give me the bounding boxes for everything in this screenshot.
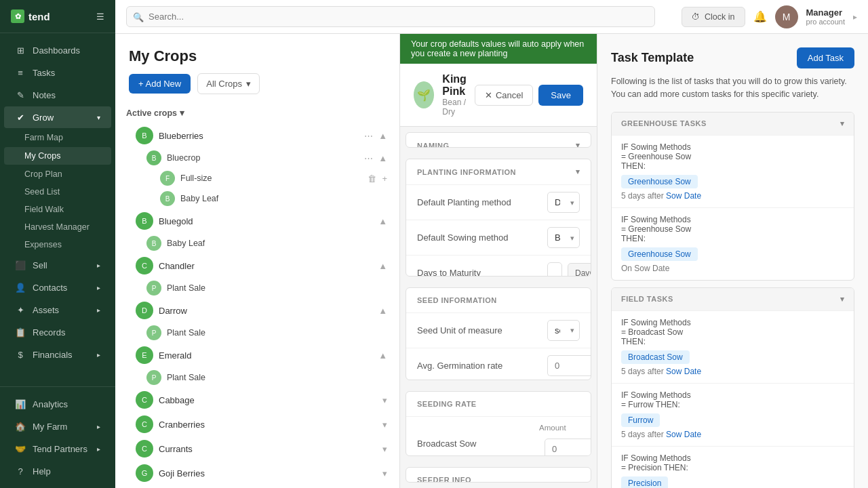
sidebar-item-assets[interactable]: ✦ Assets ▸ [4,299,111,321]
add-task-button[interactable]: Add Task [797,47,854,68]
crop-item-blueberries[interactable]: B Blueberries ⋯ ▲ [122,123,393,148]
add-new-button[interactable]: + Add New [129,74,191,94]
planting-info-section-header[interactable]: PLANTING INFORMATION ▾ [406,159,591,184]
sidebar-item-expenses[interactable]: Expenses [0,236,115,253]
sidebar-item-harvest-manager[interactable]: Harvest Manager [0,218,115,236]
crop-collapse-button-bluecrop[interactable]: ▲ [377,152,389,165]
seeding-rate-section: SEEDING RATE Amount Broadcast Sow Unit [406,391,591,457]
user-menu-chevron-icon[interactable]: ▸ [853,12,857,22]
days-to-maturity-input-wrap: Day(s) [547,262,591,276]
crop-item-darrow[interactable]: D Darrow ▲ [122,298,393,323]
crop-expand-button-currants[interactable]: ▾ [381,443,389,455]
clock-in-button[interactable]: ⏱ Clock in [682,7,745,27]
sidebar-item-my-crops[interactable]: My Crops [4,147,111,165]
search-input[interactable] [126,6,655,27]
crop-item-bluecrop[interactable]: B Bluecrop ⋯ ▲ [122,148,393,168]
sow-date-link-broadcast[interactable]: Sow Date [666,367,701,376]
crop-item-emerald[interactable]: E Emerald ▲ [122,343,393,367]
default-sowing-method-select[interactable]: Broadcast Sow Furrow Precision Greenhous… [547,227,580,248]
sidebar-item-tend-partners[interactable]: 🤝 Tend Partners ▸ [4,438,111,460]
crop-more-button-bluecrop[interactable]: ⋯ [363,152,374,165]
field-tasks-header[interactable]: FIELD TASKS ▾ [612,288,854,310]
naming-section-header[interactable]: NAMING ▾ [406,133,591,148]
user-name: Manager [806,7,845,18]
task-card-broadcast-sow: IF Sowing Methods = Broadcast Sow THEN: … [612,310,854,383]
seeding-rate-section-header[interactable]: SEEDING RATE [406,392,591,416]
crop-item-plantsale-chandler[interactable]: P Plant Sale [122,278,393,298]
task-timing-furrow: 5 days after Sow Date [621,430,844,439]
crop-expand-button-goji-berries[interactable]: ▾ [381,467,389,480]
crop-item-babyleaf-bluecrop[interactable]: B Baby Leaf [122,188,393,209]
crop-collapse-button-emerald[interactable]: ▲ [377,349,389,362]
task-template-description: Following is the list of tasks that you … [611,75,854,101]
avg-germination-input[interactable] [547,355,591,376]
crop-avatar-currants: C [136,440,153,458]
crop-add-button-fullsize[interactable]: + [380,172,389,185]
crop-expand-button-cranberries[interactable]: ▾ [381,418,389,431]
crop-item-chandler[interactable]: C Chandler ▲ [122,253,393,278]
bell-icon[interactable]: 🔔 [753,10,767,23]
sidebar-nav: ⊞ Dashboards ≡ Tasks ✎ Notes ✔ Grow ▾ Fa… [0,33,115,386]
default-sowing-method-select-wrap: Broadcast Sow Furrow Precision Greenhous… [547,227,580,248]
sidebar-item-farm-map[interactable]: Farm Map [0,129,115,146]
crop-expand-button-cabbage[interactable]: ▾ [381,394,389,407]
sow-date-link-furrow[interactable]: Sow Date [666,430,701,439]
sidebar-item-notes[interactable]: ✎ Notes [4,84,111,106]
crop-item-plantsale-darrow[interactable]: P Plant Sale [122,323,393,343]
crop-name-fullsize: Full-size [180,174,366,183]
sidebar-item-records[interactable]: 📋 Records [4,321,111,343]
crop-collapse-button-chandler[interactable]: ▲ [377,260,389,272]
crop-actions-fullsize: 🗑 + [366,172,389,185]
crop-collapse-button-blueberries[interactable]: ▲ [377,129,389,142]
cancel-x-icon: ✕ [485,90,492,100]
crop-name-plantsale-chandler: Plant Sale [167,283,389,293]
days-to-maturity-input[interactable] [547,262,562,276]
crop-avatar-plantsale-emerald: P [146,370,161,385]
sidebar-item-help[interactable]: ? Help [4,460,111,482]
crop-item-goji-berries[interactable]: G Goji Berries ▾ [122,461,393,485]
sidebar-item-crop-plan[interactable]: Crop Plan [0,165,115,183]
default-planting-method-select[interactable]: Direct Sow Transplant Greenhouse Sow [547,192,580,213]
task-timing-1: 5 days after Sow Date [621,191,844,201]
crop-item-bluegold[interactable]: B Bluegold ▲ [122,209,393,233]
clock-icon: ⏱ [692,12,701,22]
crops-left-panel: My Crops + Add New All Crops ▾ Active cr… [115,34,400,488]
crop-item-plantsale-emerald[interactable]: P Plant Sale [122,367,393,388]
seed-unit-select[interactable]: seeds grams ounces pounds [547,320,580,341]
task-badge-precision: Precision [621,476,668,489]
sow-date-link-1[interactable]: Sow Date [666,191,701,201]
crop-name-plantsale-darrow: Plant Sale [167,328,389,338]
crop-item-cranberries[interactable]: C Cranberries ▾ [122,412,393,436]
greenhouse-tasks-header[interactable]: GREENHOUSE TASKS ▾ [612,113,854,135]
sidebar-item-field-walk[interactable]: Field Walk [0,201,115,218]
crop-item-cabbage[interactable]: C Cabbage ▾ [122,388,393,412]
seeder-info-section-header[interactable]: SEEDER INFO [406,468,591,483]
crop-item-fullsize[interactable]: F Full-size 🗑 + [122,168,393,188]
sidebar-item-tasks[interactable]: ≡ Tasks [4,62,111,83]
save-button[interactable]: Save [538,85,583,106]
sidebar-item-seed-list[interactable]: Seed List [0,183,115,201]
hamburger-icon[interactable]: ☰ [96,12,104,22]
sidebar-item-dashboards[interactable]: ⊞ Dashboards [4,39,111,61]
crop-item-babyleaf-bluegold[interactable]: B Baby Leaf [122,233,393,253]
sidebar-item-financials[interactable]: $ Financials ▸ [4,344,111,365]
crop-more-button-blueberries[interactable]: ⋯ [363,129,374,142]
sidebar-item-my-farm[interactable]: 🏠 My Farm ▸ [4,415,111,437]
sidebar-bottom: 📊 Analytics 🏠 My Farm ▸ 🤝 Tend Partners … [0,386,115,488]
sidebar-item-sell[interactable]: ⬛ Sell ▸ [4,254,111,276]
crop-item-currants[interactable]: C Currants ▾ [122,436,393,461]
seeding-amount-input[interactable] [545,439,591,457]
crop-delete-button-fullsize[interactable]: 🗑 [366,172,378,185]
sidebar-item-contacts[interactable]: 👤 Contacts ▸ [4,277,111,298]
crop-collapse-button-bluegold[interactable]: ▲ [377,215,389,228]
all-crops-filter-button[interactable]: All Crops ▾ [197,73,260,94]
active-crops-section-header[interactable]: Active crops ▾ [122,102,393,123]
crop-collapse-button-darrow[interactable]: ▲ [377,304,389,317]
tend-partners-chevron-icon: ▸ [97,445,100,453]
sidebar-item-grow[interactable]: ✔ Grow ▾ [4,106,111,128]
task-condition-precision: IF Sowing Methods = Precision THEN: [621,453,844,472]
cancel-button[interactable]: ✕ Cancel [475,85,533,106]
seed-info-section-header[interactable]: SEED INFORMATION [406,288,591,312]
crop-item-hairy-psychotria[interactable]: H Hairy Psychotria ▾ [122,485,393,488]
sidebar-item-analytics[interactable]: 📊 Analytics [4,393,111,415]
